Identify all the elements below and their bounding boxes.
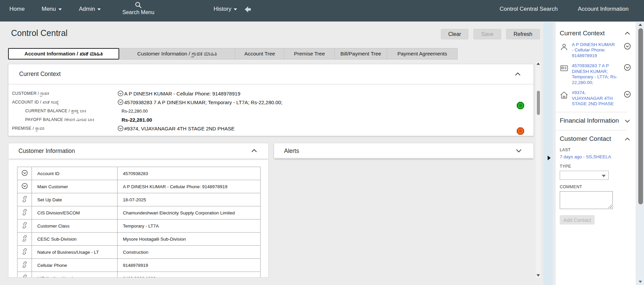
top-nav: Home Menu Admin Search Menu History Cont…	[0, 0, 644, 22]
save-button[interactable]: Save	[473, 29, 501, 39]
contact-type-select[interactable]	[560, 171, 609, 180]
sidebar-current-context-title: Current Context	[560, 30, 605, 37]
current-context-row-0: CUSTOMER / ಗ್ರಾಹಕA P DINESH KUMAR - Cell…	[8, 89, 534, 98]
sidebar-item-link[interactable]: A P DINESH KUMAR - Cellular Phone: 91489…	[572, 42, 617, 58]
link-icon	[21, 261, 28, 268]
sidebar-current-context-header: Current Context	[560, 30, 631, 37]
context-value-text: Rs-22,280.00	[122, 109, 148, 114]
tab-1[interactable]: Customer Information / ಗ್ರಾಹಕ ಮಾಹಿತಿ	[119, 48, 235, 59]
context-value-text: #9374, VIJAYANAGAR 4TH STAGE 2ND PHASE	[124, 126, 234, 131]
nav-history[interactable]: History	[214, 6, 237, 12]
scroll-down-icon[interactable]	[639, 281, 642, 283]
nav-home[interactable]: Home	[9, 6, 25, 12]
back-arrow-icon[interactable]	[244, 5, 252, 15]
scrollbar-thumb[interactable]	[537, 91, 540, 115]
row-icon-cell[interactable]	[17, 272, 32, 278]
row-icon-cell[interactable]	[17, 206, 32, 219]
house-icon	[560, 91, 568, 99]
row-icon-cell[interactable]	[17, 246, 32, 259]
sidebar-context-item-0: A P DINESH KUMAR - Cellular Phone: 91489…	[560, 42, 631, 58]
nav-menu[interactable]: Menu	[42, 6, 62, 12]
item-menu-chevron-icon[interactable]	[624, 43, 631, 50]
tab-2[interactable]: Account Tree	[235, 48, 284, 59]
row-menu-chevron-icon[interactable]	[21, 183, 28, 189]
row-value: 9148978919	[118, 259, 261, 272]
alerts-panel: Alerts	[274, 143, 534, 158]
context-row-value: 4570938283 7 A P DINESH KUMAR; Temporary…	[118, 99, 282, 105]
chevron-down-icon	[58, 8, 62, 10]
link-icon	[21, 275, 28, 278]
item-menu-chevron-icon[interactable]	[624, 91, 631, 98]
row-icon-cell[interactable]	[17, 193, 32, 206]
collapse-chevron-up-icon[interactable]	[625, 30, 630, 37]
contact-type-label: TYPE	[560, 164, 631, 169]
row-label: Customer Class	[32, 219, 118, 233]
sidebar-item-link[interactable]: #9374, VIJAYANAGAR 4TH STAGE 2ND PHASE	[572, 90, 617, 107]
link-icon	[21, 222, 28, 229]
sidebar-item-chevron-wrap	[624, 90, 631, 107]
collapse-chevron-up-icon[interactable]	[625, 135, 630, 143]
row-icon-cell[interactable]	[17, 233, 32, 246]
clear-button[interactable]: Clear	[441, 29, 468, 39]
link-icon	[21, 209, 28, 215]
current-context-title: Current Context	[19, 71, 61, 78]
row-icon-cell[interactable]	[17, 180, 32, 193]
last-contact-link[interactable]: 7 days ago - SS,SHEELA	[560, 154, 631, 159]
table-row: CESC Sub-DivisionMysore Hootagalli Sub-D…	[17, 233, 261, 246]
scroll-up-icon[interactable]	[639, 24, 642, 26]
context-menu-chevron-icon[interactable]	[118, 90, 124, 96]
current-context-header: Current Context	[8, 64, 534, 84]
link-icon	[21, 248, 28, 255]
sidebar-item-link[interactable]: 4570938283 7 A P DINESH KUMAR; Temporary…	[572, 63, 617, 85]
tab-bar: Account Information / ಖಾತೆ ಮಾಹಿತಿCustome…	[8, 48, 458, 59]
context-row-value: A P DINESH KUMAR - Cellular Phone: 91489…	[118, 90, 240, 96]
nav-admin[interactable]: Admin	[79, 6, 101, 12]
tab-3[interactable]: Premise Tree	[284, 48, 335, 59]
context-menu-chevron-icon[interactable]	[118, 99, 124, 105]
row-icon-cell[interactable]	[17, 219, 32, 233]
row-label: Cellular Phone	[32, 259, 118, 272]
row-value: Chamundeshwari Electricity Supply Corpor…	[118, 206, 261, 219]
select-caret-icon	[602, 175, 606, 177]
scroll-up-icon[interactable]	[537, 63, 540, 65]
current-context-row-3: PAYOFF BALANCE /ಠೇವಣಿ ಮೀರಿದ ಬಾಕಿRs-22,28…	[8, 115, 534, 124]
page-scrollbar[interactable]	[637, 22, 644, 285]
table-row: Cellular Phone9148978919	[17, 259, 261, 272]
row-value: Construction	[118, 246, 261, 259]
tab-4[interactable]: Bill/Payment Tree	[335, 48, 387, 59]
row-icon-cell[interactable]	[17, 259, 32, 272]
scroll-down-icon[interactable]	[537, 274, 540, 277]
row-label: Main Customer	[32, 180, 118, 193]
row-icon-cell[interactable]	[17, 167, 32, 180]
add-contact-button[interactable]: Add Contact	[560, 215, 595, 225]
last-contact-label: LAST	[560, 148, 631, 152]
context-row-label: CURRENT BALANCE / ಪ್ರಸಕ್ತ ಬಾಕಿ	[8, 109, 118, 114]
tab-0-active[interactable]: Account Information / ಖಾತೆ ಮಾಹಿತಿ	[8, 48, 119, 59]
current-context-panel: Current Context CUSTOMER / ಗ್ರಾಹಕA P DIN…	[8, 64, 534, 136]
nav-ccs-label: Control Central Search	[500, 6, 558, 12]
expand-chevron-down-icon[interactable]	[516, 148, 522, 154]
expand-chevron-down-icon[interactable]	[625, 117, 630, 125]
row-menu-chevron-icon[interactable]	[21, 170, 28, 176]
item-menu-chevron-icon[interactable]	[624, 64, 631, 71]
sidebar-item-icon-wrap	[560, 42, 572, 58]
table-row: Account ID4570938283	[17, 167, 261, 180]
sidebar-expand-handle[interactable]	[548, 156, 551, 160]
panel-gutter	[543, 22, 553, 285]
nav-account-information[interactable]: Account Information	[578, 6, 629, 12]
divider	[556, 130, 627, 130]
link-icon	[21, 196, 28, 202]
scrollbar-thumb[interactable]	[638, 28, 643, 204]
refresh-button[interactable]: Refresh	[506, 29, 540, 39]
comment-textarea[interactable]	[560, 191, 613, 209]
context-row-label: ACCOUNT ID / ಖಾತೆ ಸಂಖ್ಯೆ	[8, 100, 118, 105]
collapse-chevron-up-icon[interactable]	[251, 148, 257, 154]
tab-5[interactable]: Payment Agreements	[387, 48, 458, 59]
collapse-chevron-up-icon[interactable]	[515, 71, 521, 77]
sidebar-item-icon-wrap	[560, 90, 572, 107]
main-content-scrollbar[interactable]	[536, 62, 541, 278]
context-row-value: Rs-22,281.00	[118, 117, 152, 123]
nav-control-central-search[interactable]: Control Central Search	[500, 6, 558, 12]
nav-search-menu[interactable]: Search Menu	[118, 1, 158, 15]
context-menu-chevron-icon[interactable]	[118, 125, 124, 131]
